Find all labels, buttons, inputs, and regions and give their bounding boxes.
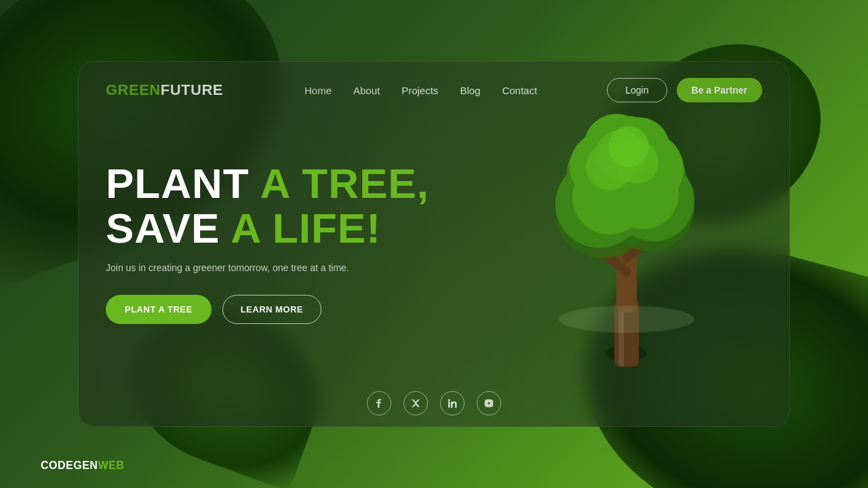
svg-point-34	[448, 399, 450, 401]
svg-point-32	[559, 306, 694, 333]
twitter-icon[interactable]	[403, 391, 428, 415]
hero-title-line1: PLANT A TREE,	[106, 161, 450, 205]
facebook-icon[interactable]	[367, 391, 391, 415]
plant-tree-button[interactable]: PLANT A TREE	[106, 295, 212, 324]
nav-home[interactable]: Home	[304, 85, 332, 96]
linkedin-icon[interactable]	[440, 391, 465, 415]
logo: GREENFUTURE	[106, 81, 223, 99]
bottom-brand: CODEGENWEB	[41, 460, 124, 472]
title-save: SAVE	[106, 205, 231, 251]
hero-subtitle: Join us in creating a greener tomorrow, …	[106, 262, 450, 273]
hero-tree-area	[450, 119, 762, 367]
title-a-life: A LIFE!	[231, 205, 381, 251]
youtube-icon[interactable]	[477, 391, 501, 415]
hero-title-line2: SAVE A LIFE!	[106, 206, 450, 250]
tree-illustration	[505, 61, 749, 367]
brand-green: WEB	[98, 460, 124, 471]
nav-about[interactable]: About	[353, 85, 380, 96]
hero-title: PLANT A TREE, SAVE A LIFE!	[106, 161, 450, 249]
brand-white: CODEGEN	[41, 460, 98, 471]
main-card: GREENFUTURE Home About Projects Blog Con…	[78, 61, 790, 427]
title-a-tree: A TREE,	[260, 160, 429, 207]
social-bar	[79, 380, 789, 426]
learn-more-button[interactable]: LEARN MORE	[222, 295, 321, 324]
svg-rect-33	[448, 402, 450, 408]
hero-buttons: PLANT A TREE LEARN MORE	[106, 295, 450, 324]
title-plant: PLANT	[106, 160, 260, 207]
nav-projects[interactable]: Projects	[401, 85, 438, 96]
hero-content: PLANT A TREE, SAVE A LIFE! Join us in cr…	[106, 161, 450, 323]
logo-white: FUTURE	[161, 81, 223, 98]
svg-point-31	[608, 126, 649, 167]
logo-green: GREEN	[106, 81, 161, 98]
nav-blog[interactable]: Blog	[460, 85, 480, 96]
hero-section: PLANT A TREE, SAVE A LIFE! Join us in cr…	[79, 119, 789, 380]
